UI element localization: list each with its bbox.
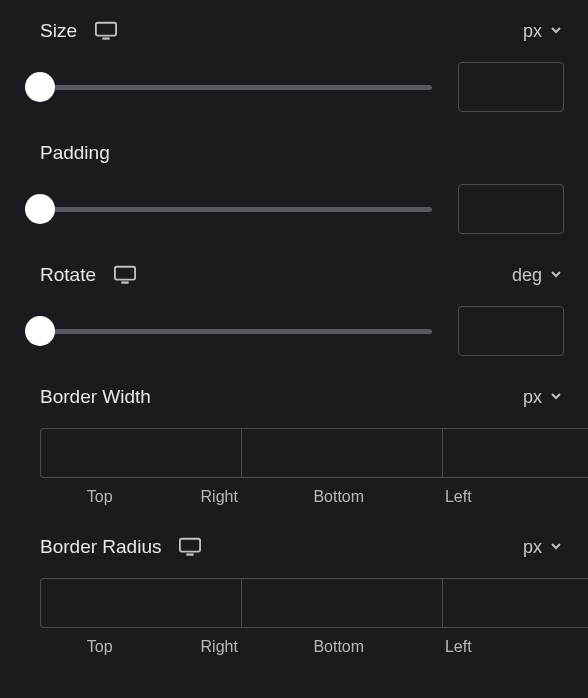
border-width-top-input[interactable] [40,428,241,478]
padding-input[interactable] [458,184,564,234]
rotate-unit-selector[interactable]: deg [512,265,564,286]
padding-label: Padding [40,142,110,164]
chevron-down-icon [550,24,564,38]
padding-control: Padding [40,142,564,234]
chevron-down-icon [550,540,564,554]
border-width-unit-text: px [523,387,542,408]
border-width-left-label: Left [399,488,519,506]
padding-slider-thumb[interactable] [25,194,55,224]
border-radius-right-input[interactable] [241,578,442,628]
chevron-down-icon [550,390,564,404]
desktop-icon[interactable] [179,537,201,557]
border-width-unit-selector[interactable]: px [523,387,564,408]
border-radius-left-label: Left [399,638,519,656]
size-header: Size px [40,20,564,42]
border-width-control: Border Width px Top Right Bottom Left [40,386,564,506]
size-unit-text: px [523,21,542,42]
rotate-slider-row [40,306,564,356]
border-width-right-input[interactable] [241,428,442,478]
border-width-inputs: Top Right Bottom Left [40,428,564,506]
border-radius-unit-selector[interactable]: px [523,537,564,558]
border-width-header: Border Width px [40,386,564,408]
border-width-label: Border Width [40,386,151,408]
padding-slider-row [40,184,564,234]
rotate-slider[interactable] [40,329,432,334]
desktop-icon[interactable] [114,265,136,285]
svg-rect-2 [115,267,135,280]
rotate-slider-thumb[interactable] [25,316,55,346]
size-slider-row [40,62,564,112]
border-radius-label: Border Radius [40,536,161,558]
border-width-right-label: Right [160,488,280,506]
border-width-bottom-label: Bottom [279,488,399,506]
size-unit-selector[interactable]: px [523,21,564,42]
svg-rect-0 [96,23,116,36]
border-radius-unit-text: px [523,537,542,558]
border-radius-right-label: Right [160,638,280,656]
rotate-control: Rotate deg [40,264,564,356]
border-radius-inputs: Top Right Bottom Left [40,578,564,656]
border-radius-top-label: Top [40,638,160,656]
size-input[interactable] [458,62,564,112]
border-width-bottom-input[interactable] [442,428,588,478]
svg-rect-3 [121,281,128,283]
rotate-header: Rotate deg [40,264,564,286]
size-control: Size px [40,20,564,112]
size-slider-thumb[interactable] [25,72,55,102]
svg-rect-1 [102,37,109,39]
size-slider[interactable] [40,85,432,90]
chevron-down-icon [550,268,564,282]
rotate-input[interactable] [458,306,564,356]
rotate-label: Rotate [40,264,96,286]
padding-slider[interactable] [40,207,432,212]
border-radius-top-input[interactable] [40,578,241,628]
desktop-icon[interactable] [95,21,117,41]
svg-rect-4 [180,539,200,552]
padding-header: Padding [40,142,564,164]
size-label: Size [40,20,77,42]
border-radius-bottom-label: Bottom [279,638,399,656]
border-width-top-label: Top [40,488,160,506]
border-radius-header: Border Radius px [40,536,564,558]
svg-rect-5 [187,553,194,555]
border-radius-control: Border Radius px Top Right [40,536,564,656]
border-radius-bottom-input[interactable] [442,578,588,628]
rotate-unit-text: deg [512,265,542,286]
